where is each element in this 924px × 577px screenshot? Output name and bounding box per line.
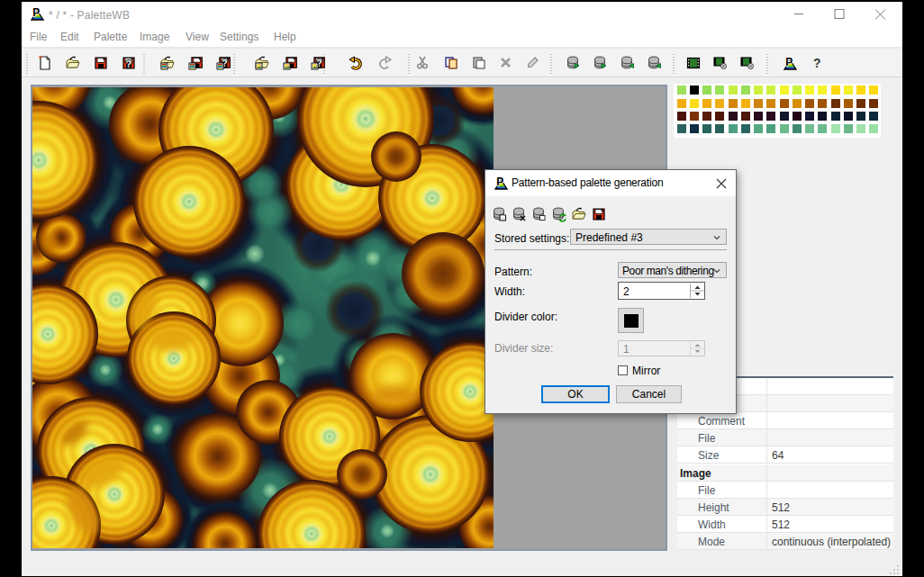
svg-text:?: ? bbox=[126, 59, 132, 69]
svg-text:P: P bbox=[32, 6, 40, 19]
svg-text:P: P bbox=[496, 176, 503, 188]
svg-text:P: P bbox=[785, 56, 793, 68]
svg-text:?: ? bbox=[813, 56, 821, 70]
